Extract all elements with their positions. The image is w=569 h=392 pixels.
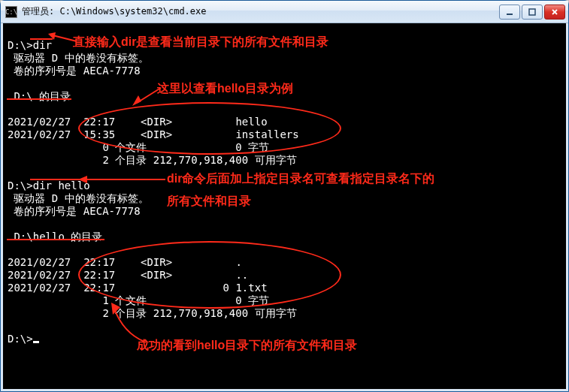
svg-rect-1 [529, 9, 535, 15]
annotation-text: 直接输入dir是查看当前目录下的所有文件和目录 [73, 35, 328, 48]
console-line: 2021/02/27 22:17 <DIR> hello [8, 116, 268, 128]
titlebar[interactable]: C:\ 管理员: C:\Windows\system32\cmd.exe [1, 1, 568, 23]
console-line: D:\ 的目录 [8, 90, 71, 102]
console-area[interactable]: D:\>dir 驱动器 D 中的卷没有标签。 卷的序列号是 AECA-7778 … [1, 23, 568, 391]
maximize-button[interactable] [522, 5, 543, 20]
console-line: D:\hello 的目录 [8, 231, 102, 243]
console-line: 驱动器 D 中的卷没有标签。 [14, 192, 148, 204]
console-line: 2021/02/27 22:17 <DIR> .. [8, 269, 248, 281]
window-title: 管理员: C:\Windows\system32\cmd.exe [22, 5, 499, 18]
console-line: 2021/02/27 22:17 <DIR> . [8, 256, 242, 268]
window-buttons [499, 5, 565, 20]
annotation-text: 成功的看到hello目录下的所有文件和目录 [137, 339, 357, 351]
console-line: 卷的序列号是 AECA-7778 [14, 205, 140, 217]
svg-marker-7 [132, 95, 141, 106]
svg-line-6 [137, 88, 161, 103]
console-line: 卷的序列号是 AECA-7778 [14, 65, 140, 77]
console-line: 2 个目录 212,770,918,400 可用字节 [8, 307, 297, 319]
console-line: 2021/02/27 22:17 0 1.txt [8, 282, 268, 294]
cmd-icon: C:\ [5, 6, 17, 18]
close-button[interactable] [544, 5, 565, 20]
console-line: D:\>dir [8, 39, 52, 51]
annotation-arrow [131, 85, 164, 106]
console-line: 1 个文件 0 字节 [8, 294, 269, 306]
annotation-text: dir命令后面加上指定目录名可查看指定目录名下的 [167, 172, 434, 185]
annotation-text: 所有文件和目录 [167, 194, 251, 207]
annotation-text: 这里以查看hello目录为例 [157, 82, 293, 95]
console-line: 2 个目录 212,770,918,400 可用字节 [8, 154, 297, 166]
console-line: 2021/02/27 15:35 <DIR> installers [8, 128, 299, 140]
console-line: 0 个文件 0 字节 [8, 141, 269, 153]
console-line: 驱动器 D 中的卷没有标签。 [14, 52, 148, 64]
annotation-arrow [78, 175, 168, 185]
console-line: D:\> [8, 333, 33, 345]
minimize-button[interactable] [499, 5, 520, 20]
cursor [33, 341, 39, 343]
console-line: D:\>dir hello [8, 179, 90, 191]
annotation-arrow [48, 32, 78, 46]
cmd-window: C:\ 管理员: C:\Windows\system32\cmd.exe D:\… [0, 0, 569, 392]
svg-line-4 [53, 35, 77, 41]
